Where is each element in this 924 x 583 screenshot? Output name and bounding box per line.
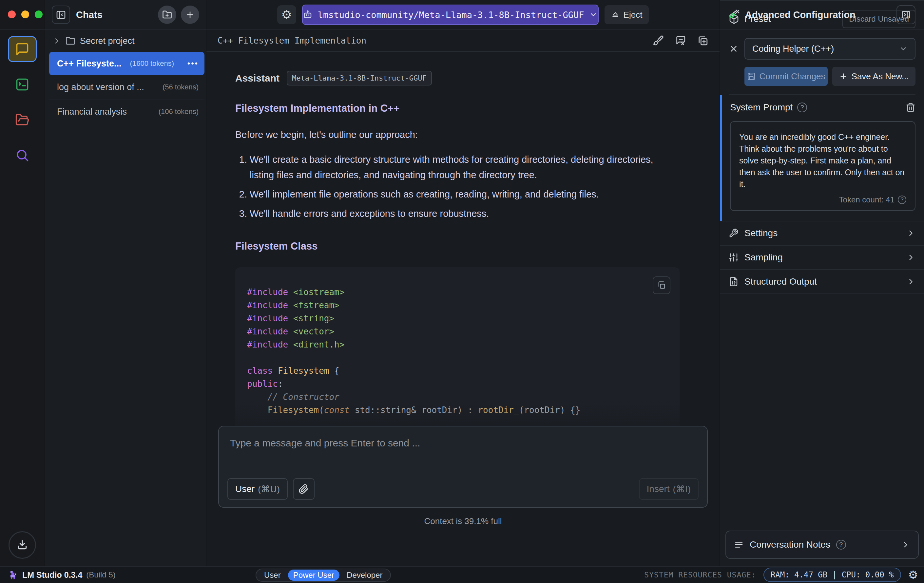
preset-value: Coding Helper (C++) (752, 44, 834, 54)
section-sampling[interactable]: Sampling (720, 245, 924, 270)
copy-code-button[interactable] (653, 277, 670, 294)
folder-label: Secret project (80, 36, 135, 46)
chevron-down-icon (899, 44, 908, 53)
panel-right-icon (901, 10, 911, 20)
preset-dropdown[interactable]: Coding Helper (C++) (744, 38, 916, 59)
section-structured-output[interactable]: Structured Output (720, 270, 924, 294)
wrench-icon (729, 228, 739, 238)
left-rail (0, 0, 45, 566)
copy-icon (657, 281, 666, 290)
close-window-button[interactable] (8, 10, 16, 18)
code-line: #include <string> (247, 312, 668, 325)
chevron-right-icon (906, 229, 916, 238)
system-prompt-text: You are an incredibly good C++ engineer.… (739, 131, 906, 190)
nav-chat-button[interactable] (8, 36, 37, 62)
model-settings-button[interactable]: ⚙ (277, 5, 296, 24)
collapse-panel-button[interactable] (896, 5, 916, 24)
message-paragraph: Before we begin, let's outline our appro… (235, 129, 680, 140)
mode-developer[interactable]: Developer (342, 570, 388, 581)
conversation-notes-button[interactable]: Conversation Notes ? (726, 530, 919, 559)
chat-bubble-icon (15, 42, 30, 56)
chat-item-title: log about version of ... (57, 82, 144, 92)
collapse-sidebar-button[interactable] (52, 6, 70, 24)
insert-button[interactable]: Insert (⌘I) (639, 478, 699, 500)
nav-my-models-button[interactable] (8, 107, 37, 133)
attach-file-button[interactable] (293, 478, 315, 500)
search-icon (15, 148, 30, 163)
new-folder-button[interactable] (158, 6, 176, 24)
loaded-model-name: lmstudio-community/Meta-Llama-3.1-8B-Ins… (318, 10, 584, 20)
nav-discover-button[interactable] (8, 142, 37, 168)
save-as-new-button[interactable]: Save As New... (832, 67, 916, 86)
file-json-icon (729, 277, 739, 287)
status-bar: LM Studio 0.3.4 (Build 5) User Power Use… (0, 566, 924, 583)
app-version: LM Studio 0.3.4 (Build 5) (8, 570, 116, 580)
advanced-configuration-panel: Advanced Configuration Preset Discard Un… (719, 0, 924, 566)
assistant-model-badge: Meta-Llama-3.1-8B-Instruct-GGUF (287, 71, 432, 86)
chat-item-menu-button[interactable]: ••• (187, 59, 198, 68)
insert-shortcut: (⌘I) (673, 484, 691, 494)
role-label: User (235, 484, 254, 494)
test-tube-icon (729, 9, 740, 20)
loaded-model-selector[interactable]: lmstudio-community/Meta-Llama-3.1-8B-Ins… (302, 5, 599, 25)
help-icon[interactable]: ? (898, 196, 906, 204)
conversation-area[interactable]: Assistant Meta-Llama-3.1-8B-Instruct-GGU… (206, 53, 719, 455)
clear-conversation-icon[interactable] (675, 35, 686, 46)
chat-list-item[interactable]: log about version of ... (56 tokens) (49, 75, 205, 99)
message-input-placeholder: Type a message and press Enter to send .… (230, 438, 696, 449)
system-prompt-section: System Prompt ? You are an incredibly go… (720, 95, 924, 221)
section-label: Sampling (744, 252, 783, 263)
maximize-window-button[interactable] (35, 10, 43, 18)
folder-open-icon (15, 113, 30, 127)
system-prompt-textarea[interactable]: You are an incredibly good C++ engineer.… (730, 121, 916, 211)
folder-row-secret-project[interactable]: Secret project (45, 30, 206, 52)
section-label: Settings (744, 228, 777, 239)
code-line: public: (247, 377, 668, 390)
section-settings[interactable]: Settings (720, 221, 924, 245)
nav-developer-button[interactable] (8, 71, 37, 97)
role-toggle-button[interactable]: User (⌘U) (228, 478, 288, 500)
save-icon (747, 72, 756, 81)
token-count: Token count: 41 (839, 195, 894, 204)
panel-left-icon (56, 10, 66, 20)
chat-list: Secret project C++ Filesyste... (1600 to… (45, 30, 206, 566)
assistant-label: Assistant (235, 73, 279, 84)
chat-item-tokens: (56 tokens) (163, 83, 198, 91)
chat-list-item[interactable]: C++ Filesyste... (1600 tokens) ••• (49, 52, 205, 75)
code-block: #include <iostream>#include <fstream>#in… (235, 267, 680, 451)
resources-usage-pill[interactable]: RAM: 4.47 GB | CPU: 0.00 % (764, 568, 901, 582)
plus-icon (185, 10, 195, 20)
message-list-item: We'll create a basic directory structure… (250, 152, 665, 183)
download-icon (16, 539, 29, 552)
mode-user[interactable]: User (259, 570, 286, 581)
app-name: LM Studio 0.3.4 (22, 570, 82, 580)
new-chat-button[interactable] (181, 6, 199, 24)
brush-icon[interactable] (653, 35, 664, 46)
sliders-icon (729, 252, 739, 262)
robot-icon (303, 10, 313, 20)
chevron-right-icon (53, 37, 61, 45)
sidebar-header: Chats (45, 0, 206, 30)
downloads-button[interactable] (8, 531, 36, 559)
chat-list-item[interactable]: Financial analysis (106 tokens) (49, 100, 205, 123)
code-line: // Constructor (247, 390, 668, 403)
save-as-new-label: Save As New... (851, 71, 909, 82)
help-icon[interactable]: ? (797, 102, 807, 112)
message-list: We'll create a basic directory structure… (235, 152, 665, 221)
duplicate-chat-icon[interactable] (697, 35, 708, 46)
trash-icon[interactable] (906, 102, 916, 112)
message-list-item: We'll handle errors and exceptions to en… (250, 206, 665, 221)
model-toolbar: ⚙ lmstudio-community/Meta-Llama-3.1-8B-I… (206, 0, 719, 30)
minimize-window-button[interactable] (21, 10, 29, 18)
mode-power-user[interactable]: Power User (288, 570, 340, 581)
commit-changes-button[interactable]: Commit Changes (744, 67, 828, 86)
chat-item-title: C++ Filesyste... (57, 59, 122, 69)
settings-gear-icon[interactable]: ⚙ (908, 568, 918, 581)
chat-item-tokens: (1600 tokens) (130, 59, 174, 68)
clear-preset-button[interactable] (729, 44, 739, 54)
eject-icon (611, 10, 620, 19)
folder-plus-icon (162, 10, 172, 20)
eject-model-button[interactable]: Eject (604, 5, 649, 24)
assistant-message-header: Assistant Meta-Llama-3.1-8B-Instruct-GGU… (235, 71, 680, 86)
message-input[interactable]: Type a message and press Enter to send .… (218, 426, 708, 508)
